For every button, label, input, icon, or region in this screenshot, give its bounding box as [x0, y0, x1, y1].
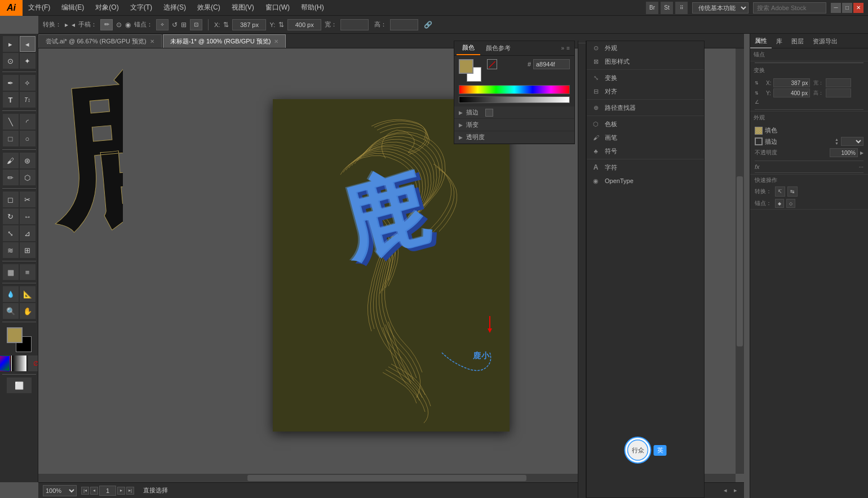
menu-text[interactable]: 文字(T)	[125, 0, 158, 16]
anchor-icon-2[interactable]: ↺	[172, 21, 178, 29]
fp-menu-icon[interactable]: ≡	[566, 45, 570, 51]
x-value[interactable]	[232, 19, 266, 30]
link-icon[interactable]: 🔗	[424, 21, 432, 29]
shear-tool[interactable]: ⊿	[20, 225, 36, 241]
h-prop-input[interactable]	[826, 88, 851, 97]
shaper-tool[interactable]: ⬡	[20, 170, 36, 185]
props-tab-library[interactable]: 库	[772, 34, 787, 48]
foreground-color[interactable]	[7, 327, 23, 343]
scale-tool[interactable]: ⤡	[3, 225, 19, 241]
minimize-btn[interactable]: ─	[831, 3, 841, 13]
page-number[interactable]	[99, 486, 116, 496]
zoom-select[interactable]: 100% 66.67% 50% 200%	[43, 485, 77, 496]
panel-swatch[interactable]: ⬡ 色板	[587, 117, 704, 131]
menu-help[interactable]: 帮助(H)	[295, 0, 330, 16]
panel-align[interactable]: ⊟ 对齐	[587, 85, 704, 98]
menu-select[interactable]: 选择(S)	[158, 0, 192, 16]
menu-view[interactable]: 视图(V)	[226, 0, 260, 16]
maximize-btn[interactable]: □	[842, 3, 852, 13]
type-tool[interactable]: T	[3, 92, 19, 108]
panel-transform[interactable]: ⤡ 变换	[587, 71, 704, 85]
arc-tool[interactable]: ◜	[20, 114, 36, 130]
hex-input[interactable]	[533, 59, 570, 69]
x-toggle[interactable]: ⇅	[223, 21, 229, 29]
opacity-expand-arrow[interactable]: ▶	[860, 150, 863, 155]
notif-tag[interactable]: 英	[654, 445, 667, 456]
tab-1[interactable]: 尝试.ai* @ 66.67% (RGB/GPU 预览) ✕	[38, 34, 162, 48]
paintbrush-tool[interactable]: 🖌	[3, 153, 19, 168]
y-value[interactable]	[287, 19, 321, 30]
warp-tool[interactable]: ≋	[3, 242, 19, 258]
status-arrow-left[interactable]: ◂	[721, 487, 729, 495]
menu-edit[interactable]: 编辑(E)	[56, 0, 90, 16]
eyedropper-tool[interactable]: 💧	[3, 286, 19, 302]
hand-tool[interactable]: ✋	[20, 303, 36, 319]
close-btn[interactable]: ✕	[853, 3, 863, 13]
fg-swatch[interactable]	[459, 59, 473, 74]
bar-graph-tool[interactable]: ≡	[20, 264, 36, 280]
y-prop-input[interactable]	[773, 88, 810, 97]
w-value[interactable]	[340, 19, 369, 30]
stock-search[interactable]	[753, 2, 826, 14]
magic-wand-tool[interactable]: ✦	[20, 53, 36, 69]
anchor-opt-2[interactable]: ◉	[125, 21, 131, 29]
none-btn[interactable]: ∅	[28, 355, 39, 371]
vertical-scrollbar[interactable]	[736, 48, 744, 474]
curvature-tool[interactable]: ⟡	[20, 75, 36, 91]
nav-first[interactable]: |◂	[81, 487, 89, 495]
anchor-tool[interactable]: ⟡	[156, 19, 169, 30]
stroke-swatch[interactable]	[755, 137, 763, 145]
fp-expand-icon[interactable]: »	[561, 45, 565, 51]
panel-opentype[interactable]: ◉ OpenType	[587, 174, 704, 188]
panel-appearance[interactable]: ⊙ 外观	[587, 41, 704, 55]
tab-2[interactable]: 未标题-1* @ 100% (RGB/GPU 预览) ✕	[163, 34, 286, 48]
selection-opt[interactable]: ⊡	[190, 19, 202, 30]
rect-tool[interactable]: □	[3, 131, 19, 146]
hand-tool-opt[interactable]: ✏	[100, 19, 113, 30]
fill-swatch[interactable]	[755, 127, 763, 135]
pencil-tool[interactable]: ✏	[3, 170, 19, 185]
gradient-btn[interactable]	[11, 355, 27, 371]
select-tool[interactable]: ▸	[3, 36, 19, 52]
ellipse-tool[interactable]: ○	[20, 131, 36, 146]
v-scrollbar-thumb[interactable]	[737, 176, 743, 346]
color-gradient-bar[interactable]	[459, 85, 570, 94]
fp-tab-color[interactable]: 颜色	[457, 42, 480, 55]
anchor-opt-1[interactable]: ⊙	[116, 21, 122, 29]
panel-symbol[interactable]: ♣ 符号	[587, 144, 704, 158]
artboard-tool[interactable]: ⬜	[7, 377, 32, 393]
panel-brush[interactable]: 🖌 画笔	[587, 131, 704, 144]
nav-next[interactable]: ▸	[117, 487, 125, 495]
props-tab-layers[interactable]: 图层	[787, 34, 808, 48]
pen-tool[interactable]: ✒	[3, 75, 19, 91]
direct-select-opt[interactable]: ◂	[72, 21, 75, 29]
touch-type-tool[interactable]: T↕	[20, 92, 36, 108]
props-tab-properties[interactable]: 属性	[750, 34, 772, 48]
line-tool[interactable]: ╲	[3, 114, 19, 130]
workspace-select[interactable]: 传统基本功能	[692, 2, 749, 14]
column-graph-tool[interactable]: ▦	[3, 264, 19, 280]
notif-circle[interactable]: 行众	[625, 437, 652, 464]
menu-object[interactable]: 对象(O)	[90, 0, 124, 16]
stock-btn[interactable]: St	[661, 2, 673, 14]
x-prop-input[interactable]	[773, 78, 810, 87]
free-transform-tool[interactable]: ⊞	[20, 242, 36, 258]
eraser-tool[interactable]: ◻	[3, 192, 19, 207]
tab-1-close[interactable]: ✕	[150, 38, 154, 45]
measure-tool[interactable]: 📐	[20, 286, 36, 302]
opacity-input[interactable]	[830, 148, 858, 157]
blob-brush-tool[interactable]: ⊛	[20, 153, 36, 168]
nav-last[interactable]: ▸|	[126, 487, 134, 495]
panel-pathfinder[interactable]: ⊕ 路径查找器	[587, 101, 704, 114]
scissors-tool[interactable]: ✂	[20, 192, 36, 207]
stroke-up-arrow[interactable]: ▲	[835, 137, 839, 141]
none-swatch-1[interactable]	[487, 59, 497, 69]
zoom-tool[interactable]: 🔍	[3, 303, 19, 319]
menu-window[interactable]: 窗口(W)	[260, 0, 295, 16]
fp-tab-colorref[interactable]: 颜色参考	[480, 42, 516, 55]
lightness-bar[interactable]	[459, 96, 570, 103]
y-toggle[interactable]: ⇅	[278, 21, 284, 29]
anchor-icon-2[interactable]: ◇	[786, 199, 795, 208]
lasso-tool[interactable]: ⊙	[3, 53, 19, 69]
direct-select-tool[interactable]: ◂	[20, 36, 36, 52]
